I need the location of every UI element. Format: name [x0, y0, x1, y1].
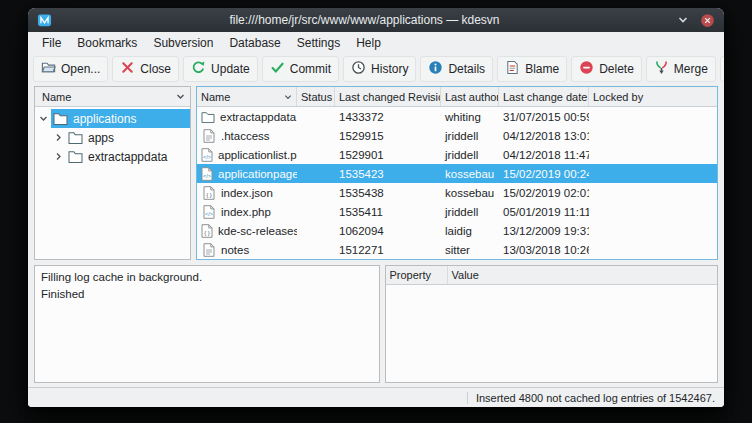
toolbar-commit-button[interactable]: Commit [262, 56, 339, 82]
header-last-author[interactable]: Last author [441, 87, 499, 106]
text-file-icon [201, 129, 216, 143]
menu-item-database[interactable]: Database [221, 34, 288, 52]
statusbar: Inserted 4800 not cached log entries of … [28, 387, 724, 407]
file-row-index-json[interactable]: { }index.json 1535438 kossebau 15/02/201… [197, 183, 717, 202]
merge-arrows-icon [654, 60, 669, 78]
header-status[interactable]: Status [297, 87, 335, 106]
file-row-applicationlist-php[interactable]: </>applicationlist.php 1529901 jriddell … [197, 145, 717, 164]
log-line: Filling log cache in background. [41, 269, 373, 286]
toolbar-merge-button[interactable]: Merge [646, 56, 716, 82]
toolbar-history-button[interactable]: History [343, 56, 416, 82]
header-locked-by[interactable]: Locked by [589, 87, 717, 106]
file-list-body: extractappdata 1433372 whiting 31/07/201… [197, 107, 717, 259]
document-open-icon [41, 60, 56, 78]
properties-panel: Property Value [385, 265, 719, 383]
log-line: Finished [41, 286, 373, 303]
toolbar-delete-button[interactable]: Delete [571, 56, 642, 82]
svg-text:</>: </> [205, 210, 213, 216]
kdesvn-window: file:///home/jr/src/www/www/applications… [28, 8, 724, 407]
menu-item-settings[interactable]: Settings [289, 34, 348, 52]
text-file-icon [201, 243, 216, 257]
tree-header-label: Name [42, 91, 71, 103]
menu-item-help[interactable]: Help [348, 34, 389, 52]
expander-open-icon[interactable] [35, 114, 51, 123]
titlebar[interactable]: file:///home/jr/src/www/www/applications… [28, 8, 724, 32]
commit-check-icon [270, 60, 285, 78]
menu-item-subversion[interactable]: Subversion [145, 34, 221, 52]
bottom-split: Filling log cache in background. Finishe… [34, 265, 718, 383]
tree-item-label: apps [88, 131, 114, 145]
toolbar-details-button[interactable]: Details [420, 56, 493, 82]
repository-tree-panel: Name applications apps [34, 86, 191, 260]
php-file-icon: </> [201, 205, 216, 219]
tree-item-label: extractappdata [88, 150, 167, 164]
chevron-down-icon[interactable] [176, 91, 185, 103]
sort-indicator-icon [284, 91, 292, 103]
file-row-notes[interactable]: notes 1512271 sitter 13/03/2018 10:26 [197, 240, 717, 259]
header-name[interactable]: Name [197, 87, 297, 106]
php-file-icon: </> [201, 167, 213, 181]
close-red-icon [120, 60, 135, 78]
json-file-icon: { } [201, 224, 213, 238]
status-message: Inserted 4800 not cached log entries of … [467, 392, 715, 404]
folder-icon [201, 111, 215, 123]
main-split: Name applications apps [34, 86, 718, 260]
properties-header: Property Value [386, 266, 718, 285]
file-list-header: Name Status Last changed Revision Last a… [197, 87, 717, 107]
close-button[interactable] [700, 13, 715, 28]
file-row-extractappdata[interactable]: extractappdata 1433372 whiting 31/07/201… [197, 107, 717, 126]
menu-item-bookmarks[interactable]: Bookmarks [69, 34, 145, 52]
tree-header[interactable]: Name [35, 87, 190, 107]
file-list-panel: Name Status Last changed Revision Last a… [196, 86, 718, 260]
toolbar-blame-button[interactable]: Blame [497, 56, 567, 82]
delete-minus-icon [579, 60, 594, 78]
folder-icon [68, 131, 83, 144]
file-row-htaccess[interactable]: .htaccess 1529915 jriddell 04/12/2018 13… [197, 126, 717, 145]
header-last-changed-revision[interactable]: Last changed Revision [335, 87, 441, 106]
svg-text:{ }: { } [206, 191, 212, 197]
menu-item-file[interactable]: File [34, 34, 69, 52]
file-row-index-php[interactable]: </>index.php 1535411 jriddell 05/01/2019… [197, 202, 717, 221]
tree-item-extractappdata[interactable]: extractappdata [35, 147, 190, 166]
folder-icon [68, 150, 83, 163]
window-title: file:///home/jr/src/www/www/applications… [60, 13, 669, 27]
header-value[interactable]: Value [448, 266, 718, 284]
svg-text:</>: </> [203, 153, 211, 159]
properties-body [386, 285, 718, 382]
header-property[interactable]: Property [386, 266, 448, 284]
tree-item-applications[interactable]: applications [35, 109, 190, 128]
toolbar-update-button[interactable]: Update [183, 56, 258, 82]
json-file-icon: { } [201, 186, 216, 200]
log-output-panel[interactable]: Filling log cache in background. Finishe… [34, 265, 380, 383]
toolbar-checkout-button[interactable]: Checkout [720, 56, 724, 82]
php-file-icon: </> [201, 148, 213, 162]
update-refresh-icon [191, 60, 206, 78]
blame-document-icon [505, 60, 520, 78]
expander-closed-icon[interactable] [50, 133, 66, 142]
tree-item-label: applications [73, 112, 136, 126]
expander-closed-icon[interactable] [50, 152, 66, 161]
menubar: File Bookmarks Subversion Database Setti… [28, 32, 724, 54]
history-clock-icon [351, 60, 366, 78]
shade-button[interactable] [677, 15, 689, 25]
header-last-change-date[interactable]: Last change date [499, 87, 589, 106]
folder-icon [53, 112, 68, 125]
app-icon [37, 13, 52, 28]
file-row-kde-sc-releases-json[interactable]: { }kde-sc-releases.json 1062094 laidig 1… [197, 221, 717, 240]
toolbar-close-button[interactable]: Close [112, 56, 179, 82]
svg-text:</>: </> [203, 172, 211, 178]
file-row-applicationpage-php[interactable]: </>applicationpage.php 1535423 kossebau … [197, 164, 717, 183]
tree-item-apps[interactable]: apps [35, 128, 190, 147]
toolbar: Open... Close Update Commit History Deta… [28, 54, 724, 84]
details-info-icon [428, 60, 443, 78]
tree-body: applications apps extractappdata [35, 107, 190, 259]
toolbar-open-button[interactable]: Open... [33, 56, 108, 82]
svg-text:{ }: { } [204, 229, 210, 235]
